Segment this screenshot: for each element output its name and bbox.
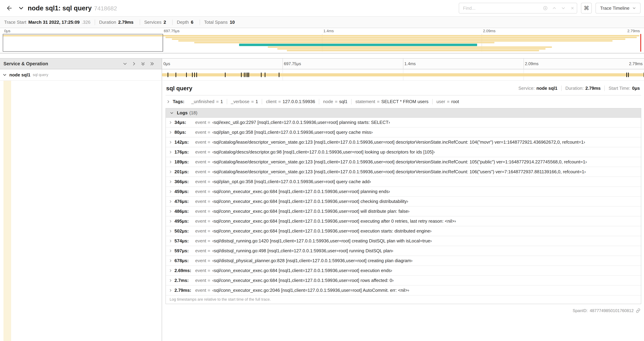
summary-label: Services [144,20,162,25]
top-bar-controls: × ⌘ Trace Timeline [459,3,640,14]
log-row[interactable]: 2.7ms: event = ‹sql/conn_executor_exec.g… [166,276,641,285]
logs-note: Log timestamps are relative to the start… [166,295,641,304]
chevron-right-icon [168,180,172,184]
find-input[interactable] [459,3,541,13]
log-row[interactable]: 574μs: event = ‹sql/distsql_running.go:1… [166,236,641,246]
log-row[interactable]: 2.69ms: event = ‹sql/conn_executor_exec.… [166,266,641,276]
logs-title: Logs [177,110,188,116]
tag-value: 127.0.0.1:59936 [282,99,315,104]
log-timestamp: 2.79ms: [174,288,195,293]
chevron-right-icon [168,259,172,263]
deep-link-button[interactable] [636,308,640,313]
summary-value: 6 [191,20,193,25]
find-clear-button[interactable]: × [568,3,577,13]
collapse-all-button[interactable] [148,60,156,67]
log-marker [192,73,193,77]
log-timestamp: 486μs: [174,209,195,214]
equals-sign: = [208,189,210,194]
log-timestamp: 495μs: [174,218,195,224]
tags-row[interactable]: Tags: _unfinished=1 _verbose=1 client=12… [166,96,641,107]
log-row[interactable]: 142μs: event = ‹sql/catalog/lease/descri… [166,137,641,147]
span-expand-caret[interactable] [2,73,7,77]
logs-header[interactable]: Logs (18) [166,109,641,118]
log-key: event [195,268,206,273]
arrow-left-icon [6,5,13,12]
find-focus-button[interactable] [541,3,550,13]
page-title: node sql1: sql query [28,5,92,12]
keyboard-shortcuts-button[interactable]: ⌘ [581,3,592,14]
viewport-scrubber[interactable] [3,34,163,52]
tag-value: 1 [220,99,223,104]
log-row[interactable]: 486μs: event = ‹sql/conn_executor_exec.g… [166,207,641,216]
log-marker [176,73,176,77]
summary-item: Total Spans 10 [200,20,241,25]
expand-all-button[interactable] [140,60,146,67]
log-timestamp: 201μs: [174,169,195,174]
trace-collapse-toggle[interactable] [17,3,25,13]
tag-item: statement=SELECT * FROM users [351,99,432,104]
summary-label: Duration [99,20,116,25]
detail-header[interactable]: sql query Service: node sql1 Duration: 2… [166,83,641,95]
equals-sign: = [208,258,210,263]
log-key: event [195,159,206,165]
span-track[interactable] [162,69,644,80]
timeline-tick-label: 697.75μs [162,29,181,33]
summary-item: Duration 2.79ms [95,20,140,25]
detail-meta-value: 0μs [632,86,640,91]
log-key: event [195,179,206,184]
log-row[interactable]: 176μs: event = ‹sql/catalog/descs/descri… [166,147,641,157]
detail-meta-label: Duration: [566,86,584,91]
find-prev-button[interactable] [550,3,559,13]
log-row[interactable]: 2.79ms: event = ‹sql/conn_executor_exec.… [166,285,641,295]
summary-label: Total Spans [204,20,228,25]
spacer [0,53,644,58]
log-row[interactable]: 201μs: event = ‹sql/catalog/lease/descri… [166,167,641,177]
log-key: event [195,149,206,155]
equals-sign: = [208,199,210,204]
log-value: ‹sql/distsql_physical_planner.go:828 [ns… [212,258,412,263]
tags-toggle[interactable] [166,100,170,104]
equals-sign: = [208,179,210,184]
detail-meta-item: Service: node sql1 [515,86,561,91]
timeline-tick-label: 1.4ms [322,29,335,33]
summary-value: 2 [164,20,166,25]
summary-value: March 31 2022, 17:25:09 [28,20,80,25]
expand-one-button[interactable] [122,60,128,67]
link-icon [636,308,640,313]
log-value: ‹sql/conn_executor_exec.go:684 [nsql1,cl… [212,209,410,214]
minimap-canvas[interactable] [3,34,641,52]
log-timestamp: 189μs: [174,159,195,165]
logs-toggle[interactable] [170,111,174,115]
tag-value: root [451,99,459,104]
tag-key: user [436,99,445,104]
log-row[interactable]: 80μs: event = ‹sql/plan_opt.go:358 [nsql… [166,128,641,137]
tag-item: client=127.0.0.1:59936 [262,99,319,104]
find-next-button[interactable] [559,3,568,13]
back-button[interactable] [4,3,14,13]
log-row[interactable]: 459μs: event = ‹sql/conn_executor_exec.g… [166,187,641,197]
equals-sign: = [208,149,210,155]
circle-plus-icon [543,6,548,11]
log-value: ‹sql/catalog/lease/descriptor_version_st… [212,140,585,145]
log-row[interactable]: 476μs: event = ‹sql/conn_executor_exec.g… [166,197,641,207]
log-row[interactable]: 189μs: event = ‹sql/catalog/lease/descri… [166,157,641,167]
log-row[interactable]: 495μs: event = ‹sql/conn_executor_exec.g… [166,216,641,226]
minimap-cursor-line[interactable] [640,34,641,52]
logs-section: Logs (18) 34μs: event = ‹sql/exec_ut [166,108,641,304]
span-id-value: 4877749850101760812 [590,308,634,313]
timeline-tick-label: 0μs [3,29,12,33]
command-icon: ⌘ [584,5,589,12]
equals-sign: = [208,218,210,224]
span-row[interactable]: node sql1 sql query [0,69,644,81]
log-key: event [195,258,206,263]
view-select-button[interactable]: Trace Timeline [596,3,640,14]
log-row[interactable]: 34μs: event = ‹sql/exec_util.go:2297 [ns… [166,118,641,128]
log-row[interactable]: 366μs: event = ‹sql/plan_opt.go:358 [nsq… [166,177,641,187]
tag-item: user=root [432,99,463,104]
chevron-right-icon [168,121,172,124]
log-row[interactable]: 678μs: event = ‹sql/distsql_physical_pla… [166,256,641,266]
log-row[interactable]: 502μs: event = ‹sql/conn_executor_exec.g… [166,226,641,236]
log-row[interactable]: 597μs: event = ‹sql/distsql_running.go:4… [166,246,641,256]
chevron-right-icon [168,150,172,154]
collapse-one-button[interactable] [130,60,138,67]
